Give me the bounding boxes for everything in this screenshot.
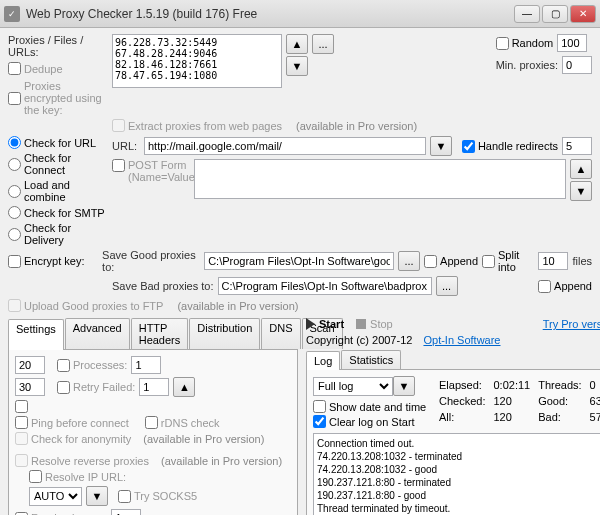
proxies-encrypted-checkbox[interactable] — [8, 92, 21, 105]
title-bar: ✓ Web Proxy Checker 1.5.19 (build 176) F… — [0, 0, 600, 28]
check-connect-radio[interactable] — [8, 158, 21, 171]
proxy-browse-button[interactable]: ... — [312, 34, 334, 54]
random-value[interactable] — [557, 34, 587, 52]
redirects-value[interactable] — [562, 137, 592, 155]
bad-browse-button[interactable]: ... — [436, 276, 458, 296]
proxy-down-button[interactable]: ▼ — [286, 56, 308, 76]
company-link[interactable]: Opt-In Software — [423, 334, 500, 346]
retry-checkbox[interactable] — [57, 381, 70, 394]
url-input[interactable] — [144, 137, 426, 155]
min-proxies-value[interactable] — [562, 56, 592, 74]
maximize-button[interactable]: ▢ — [542, 5, 568, 23]
minimize-button[interactable]: — — [514, 5, 540, 23]
url-add-button[interactable]: ▼ — [430, 136, 452, 156]
post-up-button[interactable]: ▲ — [570, 159, 592, 179]
tab-advanced[interactable]: Advanced — [65, 318, 130, 349]
resolve-rev-checkbox — [15, 454, 28, 467]
post-form-text[interactable] — [194, 159, 566, 199]
play-icon — [306, 318, 315, 330]
proxy-up-button[interactable]: ▲ — [286, 34, 308, 54]
post-down-button[interactable]: ▼ — [570, 181, 592, 201]
anon-checkbox — [15, 432, 28, 445]
good-append-checkbox[interactable] — [424, 255, 437, 268]
encrypt-key-checkbox[interactable] — [8, 255, 21, 268]
split-value[interactable] — [538, 252, 568, 270]
retry-val[interactable] — [139, 378, 169, 396]
random-checkbox[interactable] — [496, 37, 509, 50]
log-filter-select[interactable]: Full log — [313, 377, 393, 396]
blank-checkbox[interactable] — [15, 400, 28, 413]
upload-ftp-checkbox — [8, 299, 21, 312]
check-delivery-radio[interactable] — [8, 228, 21, 241]
start-button[interactable]: Start — [306, 318, 344, 330]
processes-val[interactable] — [131, 356, 161, 374]
log-output[interactable]: Connection timed out. 74.220.13.208:1032… — [313, 433, 600, 515]
try-pro-link[interactable]: Try Pro version — [543, 318, 600, 330]
recheck-val[interactable] — [111, 509, 141, 515]
close-button[interactable]: ✕ — [570, 5, 596, 23]
check-smtp-radio[interactable] — [8, 206, 21, 219]
load-combine-radio[interactable] — [8, 185, 21, 198]
tab-settings[interactable]: Settings — [8, 319, 64, 350]
dedupe-checkbox[interactable] — [8, 62, 21, 75]
processes-checkbox[interactable] — [57, 359, 70, 372]
retry-up-button[interactable]: ▲ — [173, 377, 195, 397]
setting-v1[interactable] — [15, 356, 45, 374]
tab-http-headers[interactable]: HTTP Headers — [131, 318, 189, 349]
good-browse-button[interactable]: ... — [398, 251, 420, 271]
window-title: Web Proxy Checker 1.5.19 (build 176) Fre… — [26, 7, 514, 21]
stop-icon — [356, 319, 366, 329]
good-path-input[interactable] — [204, 252, 394, 270]
app-icon: ✓ — [4, 6, 20, 22]
show-date-checkbox[interactable] — [313, 400, 326, 413]
tab-distribution[interactable]: Distribution — [189, 318, 260, 349]
tab-log[interactable]: Log — [306, 351, 340, 370]
rdns-checkbox[interactable] — [145, 416, 158, 429]
handle-redirects-checkbox[interactable] — [462, 140, 475, 153]
stop-button[interactable]: Stop — [356, 318, 393, 330]
split-checkbox[interactable] — [482, 255, 495, 268]
proxies-label: Proxies / Files / URLs: — [8, 34, 108, 58]
post-form-checkbox[interactable] — [112, 159, 125, 172]
socks5-checkbox[interactable] — [118, 490, 131, 503]
resolve-ip-checkbox[interactable] — [29, 470, 42, 483]
extract-proxies-checkbox — [112, 119, 125, 132]
setting-v2[interactable] — [15, 378, 45, 396]
bad-append-checkbox[interactable] — [538, 280, 551, 293]
bad-path-input[interactable] — [218, 277, 432, 295]
log-filter-down[interactable]: ▼ — [393, 376, 415, 396]
settings-tabs: Settings Advanced HTTP Headers Distribut… — [8, 318, 298, 350]
clear-log-checkbox[interactable] — [313, 415, 326, 428]
auto-down-button[interactable]: ▼ — [86, 486, 108, 506]
stats-table: Elapsed:0:02:11Threads:0 Checked:120Good… — [437, 376, 600, 426]
auto-select[interactable]: AUTO — [29, 487, 82, 506]
check-url-radio[interactable] — [8, 136, 21, 149]
tab-dns[interactable]: DNS — [261, 318, 300, 349]
ping-checkbox[interactable] — [15, 416, 28, 429]
proxy-list[interactable]: 96.228.73.32:5449 67.48.28.244:9046 82.1… — [112, 34, 282, 88]
tab-statistics[interactable]: Statistics — [341, 350, 401, 369]
